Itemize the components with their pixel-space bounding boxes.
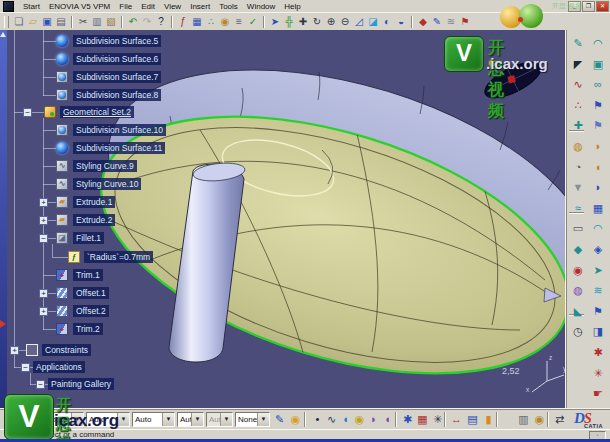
copy-icon[interactable]: ▥: [90, 15, 104, 29]
hand-pointer-icon[interactable]: ☛: [589, 384, 607, 402]
gear-tool-icon[interactable]: ✱: [400, 412, 415, 427]
layers-icon[interactable]: ≋: [444, 15, 458, 29]
shell-left-icon[interactable]: ◖: [589, 158, 607, 176]
tree-item-subdivision-surface-7[interactable]: Subdivision Surface.7: [73, 71, 161, 83]
tree-expand-applications[interactable]: −: [21, 363, 30, 372]
filter-combo-3[interactable]: Auto▼: [132, 412, 175, 427]
gear-red-icon[interactable]: ✱: [589, 343, 607, 361]
chevron-down-icon[interactable]: ▼: [191, 413, 203, 426]
cabinet-icon[interactable]: ▥: [516, 412, 531, 427]
tree-item-extrude-1[interactable]: Extrude.1: [73, 196, 115, 208]
fly-mode-icon[interactable]: ➤: [268, 15, 282, 29]
curve-tool-icon[interactable]: ∿: [324, 412, 339, 427]
tree-expand-offset-2[interactable]: +: [39, 307, 48, 316]
check-icon[interactable]: ✓: [246, 15, 260, 29]
offset-icon[interactable]: [56, 287, 68, 299]
save-icon[interactable]: ▣: [40, 15, 54, 29]
trim-icon[interactable]: [56, 269, 68, 281]
sparkle-axes-icon[interactable]: ✳: [430, 412, 445, 427]
tree-expand-geometrical-set-2[interactable]: −: [23, 108, 32, 117]
point-tool-icon[interactable]: •: [310, 412, 325, 427]
menu-tools[interactable]: Tools: [219, 2, 238, 11]
sphere-red-icon[interactable]: ◉: [569, 261, 587, 279]
curve-icon[interactable]: [56, 160, 68, 172]
geoset-icon[interactable]: [44, 106, 56, 118]
tree-item-offset-1[interactable]: Offset.1: [73, 287, 109, 299]
paint-brush-icon[interactable]: ✎: [430, 15, 444, 29]
shell-tool-icon[interactable]: ◖: [338, 412, 353, 427]
normal-view-icon[interactable]: ◿: [352, 15, 366, 29]
menu-window[interactable]: Window: [247, 2, 275, 11]
cut-icon[interactable]: ✂: [76, 15, 90, 29]
zoom-out-icon[interactable]: ⊖: [338, 15, 352, 29]
constraints-icon[interactable]: [26, 344, 38, 356]
horn-right-icon[interactable]: ◖: [380, 412, 395, 427]
flag-blue-icon[interactable]: ⚑: [589, 96, 607, 114]
clock-tool-icon[interactable]: ◷: [569, 322, 587, 340]
status-tray-icon[interactable]: ▫: [589, 431, 606, 441]
tree-item-subdivision-surface-8[interactable]: Subdivision Surface.8: [73, 89, 161, 101]
tree-expand-fillet-1[interactable]: −: [39, 234, 48, 243]
painter-brush-icon[interactable]: ✎: [272, 412, 287, 427]
lock-icon[interactable]: ◉: [218, 15, 232, 29]
fin-surface-icon[interactable]: ◗: [589, 178, 607, 196]
canopy-surface-icon[interactable]: ◠: [589, 219, 607, 237]
app-icon[interactable]: [3, 1, 14, 12]
undo-icon[interactable]: ↶: [126, 15, 140, 29]
tree-item-offset-2[interactable]: Offset.2: [73, 305, 109, 317]
param-icon[interactable]: [68, 251, 80, 263]
drop-tool-icon[interactable]: ▼: [569, 178, 587, 196]
menu-view[interactable]: View: [164, 2, 181, 11]
flag-tool-icon[interactable]: ⚑: [589, 302, 607, 320]
padlock-icon[interactable]: ◉: [532, 412, 547, 427]
color-lamp-icon[interactable]: ◉: [288, 412, 303, 427]
tree-expand-constraints[interactable]: +: [10, 346, 19, 355]
face-split-icon[interactable]: ◨: [589, 322, 607, 340]
grid-surface-icon[interactable]: ▦: [589, 199, 607, 217]
measure-ruler-icon[interactable]: ↔: [449, 412, 464, 427]
pattern-red-icon[interactable]: ✳: [589, 364, 607, 382]
tree-item-trim-2[interactable]: Trim.2: [73, 323, 103, 335]
wave-surface-icon[interactable]: ≈: [569, 199, 587, 217]
open-folder-icon[interactable]: ▱: [26, 15, 40, 29]
menu-edit[interactable]: Edit: [141, 2, 155, 11]
close-button-icon[interactable]: ✕: [596, 1, 609, 12]
link-tool-icon[interactable]: ∞: [589, 75, 607, 93]
wedge-tool-icon[interactable]: ◣: [569, 302, 587, 320]
render-style-icon[interactable]: ◐: [380, 15, 394, 29]
restore-button-icon[interactable]: ❐: [582, 1, 595, 12]
menu-enovia-v5-vpm[interactable]: ENOVIA V5 VPM: [49, 2, 110, 11]
3d-viewport[interactable]: z y x 2,52 Subdivision Surface.5Subdivis…: [0, 30, 566, 408]
extrude-icon[interactable]: [56, 196, 68, 208]
menu-insert[interactable]: Insert: [190, 2, 210, 11]
tree-expand-extrude-1[interactable]: +: [39, 198, 48, 207]
tree-item-styling-curve-10[interactable]: Styling Curve.10: [73, 178, 141, 190]
disc-purple-icon[interactable]: ◍: [569, 281, 587, 299]
filter-combo-6[interactable]: None▼: [235, 412, 270, 427]
paint-red-icon[interactable]: ◆: [416, 15, 430, 29]
menu-file[interactable]: File: [119, 2, 132, 11]
knowledge-inspector-icon[interactable]: ∴: [204, 15, 218, 29]
surf-box-icon[interactable]: [56, 89, 68, 101]
select-cursor-icon[interactable]: ◤: [569, 55, 587, 73]
tree-expand-offset-1[interactable]: +: [39, 289, 48, 298]
tree-item-fillet-1[interactable]: Fillet.1: [73, 232, 104, 244]
surf-gem-icon[interactable]: [56, 53, 68, 65]
help-icon[interactable]: ?: [154, 15, 168, 29]
flag-note-icon[interactable]: ⚑: [458, 15, 472, 29]
surface-patch-icon[interactable]: ◆: [569, 240, 587, 258]
chevron-down-icon[interactable]: ▼: [162, 413, 174, 426]
tree-item-subdivision-surface-6[interactable]: Subdivision Surface.6: [73, 53, 161, 65]
box-surface-icon[interactable]: ▣: [589, 55, 607, 73]
tree-expand-extrude-2[interactable]: +: [39, 216, 48, 225]
diamond-surface-icon[interactable]: ◈: [589, 240, 607, 258]
iso-view-icon[interactable]: ◪: [366, 15, 380, 29]
tree-item-extrude-2[interactable]: Extrude.2: [73, 214, 115, 226]
pad-tool-icon[interactable]: ✚: [569, 116, 587, 134]
menu-start[interactable]: Start: [23, 2, 40, 11]
surf-box-icon[interactable]: [56, 71, 68, 83]
revolve-tool-icon[interactable]: ◔: [569, 158, 587, 176]
redo-icon[interactable]: ↷: [140, 15, 154, 29]
hide-show-icon[interactable]: ◒: [394, 15, 408, 29]
chevron-down-icon[interactable]: ▼: [257, 413, 269, 426]
